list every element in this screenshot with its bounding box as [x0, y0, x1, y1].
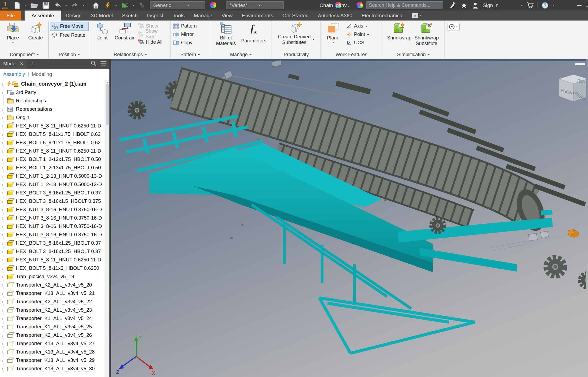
shrinkwrap-substitute-button[interactable]: Shrinkwrap Substitute	[413, 21, 441, 46]
search-input[interactable]	[366, 1, 443, 9]
tree-item[interactable]: ›HEX_BOLT 5_8-11x3_HBOLT 0.6250	[0, 264, 105, 272]
tree-item[interactable]: ›HEX_NUT 3_8-16_HNUT 0.3750-16-D	[0, 214, 105, 222]
tree-item[interactable]: ›Transporter_K13_ALL_v3v4_v5_21	[0, 289, 105, 297]
axis-button[interactable]: Axis	[345, 22, 372, 30]
tree-item[interactable]: ›3rd Party	[0, 88, 105, 96]
new-file-dropdown[interactable]	[25, 5, 27, 7]
expand-chevron-icon[interactable]: ›	[2, 366, 7, 371]
tree-item[interactable]: ›Tran_plocica_v3v4_v5_19	[0, 272, 105, 281]
redo-dropdown[interactable]	[82, 5, 85, 7]
expand-chevron-icon[interactable]: ›	[2, 265, 7, 271]
tree-item[interactable]: ›Transporter_K2_ALL_v3v4_v5_26	[0, 331, 105, 339]
place-dropdown[interactable]	[12, 42, 14, 44]
user-avatar-icon[interactable]	[471, 1, 479, 9]
navigation-bar-handle[interactable]	[575, 63, 585, 65]
home-icon[interactable]	[92, 1, 100, 9]
expand-chevron-icon[interactable]: ›	[2, 249, 7, 254]
expand-chevron-icon[interactable]: ›	[2, 215, 7, 221]
expand-chevron-icon[interactable]: ›	[2, 198, 7, 204]
open-file-icon[interactable]	[30, 1, 38, 9]
tree-item[interactable]: ›Transporter_K13_ALL_v3v4_v5_28	[0, 348, 105, 356]
place-button[interactable]: Place	[2, 21, 24, 44]
tab-tools[interactable]: Tools	[168, 11, 189, 21]
tree-item[interactable]: ›HEX_NUT 1_2-13_HNUT 0.5000-13-D	[0, 180, 105, 188]
tree-item[interactable]: ›HEX_BOLT 1_2-13x1.75_HBOLT 0.50	[0, 163, 105, 172]
constrain-button[interactable]: Constrain	[114, 21, 136, 41]
create-derived-substitutes-button[interactable]: Create Derived Substitutes	[276, 21, 316, 45]
tree-item[interactable]: ›HEX_BOLT 3_8-16x1.5_HBOLT 0.375	[0, 197, 105, 205]
document-title-arrow-icon[interactable]	[361, 3, 365, 7]
tree-item[interactable]: ›Origin	[0, 113, 105, 122]
copy-button[interactable]: Copy	[172, 39, 199, 47]
expand-chevron-icon[interactable]: ›	[2, 157, 7, 162]
tree-scrollbar[interactable]	[105, 80, 109, 377]
iproperties-dropdown[interactable]	[115, 5, 117, 7]
tree-item[interactable]: ›Transporter_K2_ALL_v3v4_v5_23	[0, 306, 105, 314]
expand-chevron-icon[interactable]: ›	[2, 232, 7, 237]
tab-manage[interactable]: Manage	[189, 11, 217, 21]
tree-item[interactable]: ›HEX_NUT 5_8-11_HNUT 0.6250-11-D	[0, 147, 105, 155]
appearance-dropdown[interactable]: *Varies*	[226, 1, 284, 9]
tab-assemble[interactable]: Assemble	[25, 11, 61, 21]
expand-chevron-icon[interactable]: ›	[2, 182, 7, 187]
save-icon[interactable]	[42, 1, 50, 9]
free-rotate-button[interactable]: Free Rotate	[50, 31, 89, 40]
tree-item[interactable]: ›HEX_NUT 5_8-11_HNUT 0.6250-11-D	[0, 255, 105, 264]
joint-button[interactable]: Joint	[91, 21, 114, 41]
material-dropdown[interactable]: Generic	[150, 1, 205, 9]
scroll-up-icon[interactable]	[106, 80, 109, 83]
expand-chevron-icon[interactable]: ›	[2, 291, 7, 296]
minimize-button[interactable]	[577, 5, 582, 6]
tree-item[interactable]: ›HEX_BOLT 5_8-11x1.75_HBOLT 0.62	[0, 138, 105, 147]
tree-item[interactable]: ›HEX_NUT 5_8-11_HNUT 0.6250-11-D	[0, 122, 105, 130]
tab-environments[interactable]: Environments	[237, 11, 278, 21]
tree-item[interactable]: ›HEX_BOLT 3_8-16x1.25_HBOLT 0.37	[0, 188, 105, 197]
favorites-star-icon[interactable]	[460, 1, 468, 9]
tab-get-started[interactable]: Get Started	[278, 11, 313, 21]
view-tab-modeling[interactable]: Modeling	[32, 71, 52, 77]
expand-chevron-icon[interactable]: ›	[2, 190, 7, 196]
ribbon-display-options-button[interactable]	[447, 23, 460, 31]
browser-menu-icon[interactable]	[100, 61, 107, 67]
tree-item[interactable]: ›Transporter_K13_ALL_v3v4_v5_30	[0, 364, 105, 373]
expand-chevron-icon[interactable]: ›	[2, 257, 7, 262]
measure-icon[interactable]	[121, 1, 129, 9]
panel-title-simplification[interactable]: Simplification	[382, 51, 444, 59]
tab-sketch[interactable]: Sketch	[118, 11, 142, 21]
scroll-thumb[interactable]	[106, 85, 109, 125]
tab-file[interactable]: File	[0, 11, 21, 21]
view-tab-assembly[interactable]: Assembly	[3, 71, 25, 77]
tree-item[interactable]: ›Transporter_K13_ALL_v3v4_v5_27	[0, 339, 105, 348]
panel-title-pattern[interactable]: Pattern	[171, 51, 210, 59]
tab-design[interactable]: Design	[61, 11, 86, 21]
maximize-button[interactable]	[586, 4, 588, 7]
tab-view[interactable]: View	[217, 11, 237, 21]
expand-chevron-icon[interactable]: ›	[2, 349, 7, 355]
expand-chevron-icon[interactable]: ›	[2, 148, 7, 154]
tree-item[interactable]: ›Transporter_K2_ALL_v3v4_v5_22	[0, 297, 105, 306]
shrinkwrap-button[interactable]: Shrinkwrap	[386, 21, 412, 41]
tree-item[interactable]: ›HEX_BOLT 5_8-11x1.75_HBOLT 0.62	[0, 130, 105, 138]
expand-chevron-icon[interactable]: ›	[2, 341, 7, 346]
ucs-button[interactable]: UCS	[345, 39, 372, 47]
expand-chevron-icon[interactable]: ›	[2, 299, 7, 304]
tree-item[interactable]: ›HEX_BOLT 3_8-16x1.25_HBOLT 0.37	[0, 239, 105, 247]
expand-chevron-icon[interactable]: ›	[2, 307, 7, 313]
panel-title-manage[interactable]: Manage	[210, 51, 272, 59]
search-commands-icon[interactable]	[449, 1, 457, 9]
view-cube[interactable]: TOP FRONT RIGHT	[559, 75, 586, 102]
tree-item[interactable]: ›Chain_conveyor_2 (1).iam	[0, 80, 105, 88]
plane-dropdown[interactable]	[332, 42, 334, 44]
axis-dropdown[interactable]	[365, 26, 367, 28]
expand-chevron-icon[interactable]: ›	[2, 123, 7, 129]
tree-item[interactable]: ›Relationships	[0, 96, 105, 105]
undo-dropdown[interactable]	[65, 5, 67, 7]
graphics-viewport[interactable]: TOP FRONT RIGHT Y Z X	[111, 59, 588, 377]
browser-tab-model[interactable]: Model ✕	[0, 59, 27, 69]
add-browser-tab-button[interactable]: +	[27, 60, 39, 68]
expand-chevron-icon[interactable]: ›	[2, 207, 7, 212]
measure-dropdown[interactable]	[132, 5, 135, 7]
tail-shaft[interactable]	[492, 230, 579, 249]
expand-chevron-icon[interactable]: ›	[2, 81, 7, 87]
panel-title-productivity[interactable]: Productivity	[272, 51, 320, 59]
